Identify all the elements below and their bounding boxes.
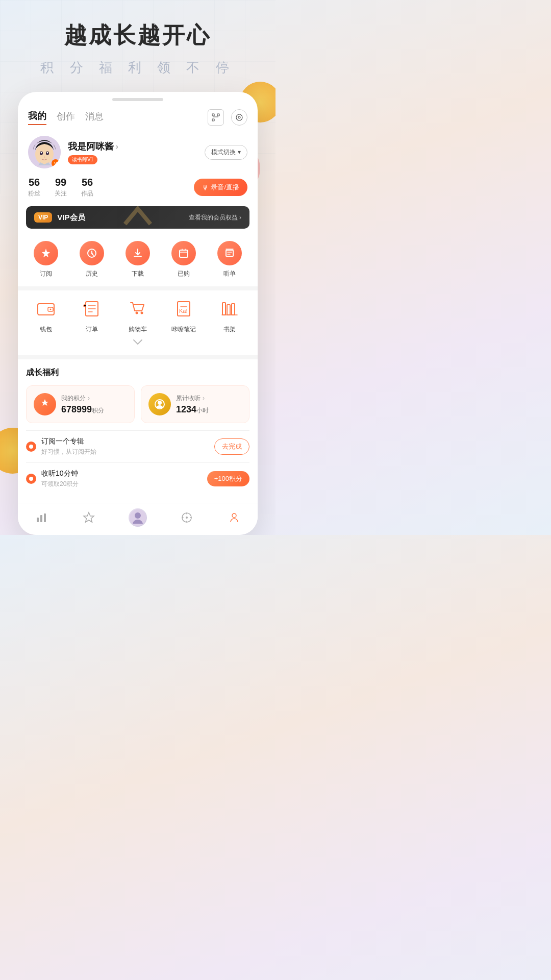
tab-bar: 我的 创作 消息 [18,101,258,130]
dropdown-icon: ▾ [238,149,241,156]
fans-label: 粉丝 [28,189,40,198]
fans-stat[interactable]: 56 粉丝 [28,177,40,198]
nav-discover[interactable] [180,510,194,525]
points-value: 678999积分 [61,404,104,415]
scan-icon[interactable] [208,109,224,126]
vip-banner-left: VIP VIP会员 [34,212,85,223]
task-listen: 收听10分钟 可领取20积分 +100积分 [26,462,249,495]
svg-rect-31 [44,513,46,522]
svg-point-37 [232,513,236,518]
action-playlist[interactable]: 听单 [207,241,253,278]
cart-icon [126,297,150,321]
section-divider-2 [18,355,258,359]
svg-point-34 [135,512,141,519]
listen-label: 累计收听 › [176,394,209,403]
action-wallet[interactable]: 钱包 [23,297,69,334]
svg-rect-29 [37,518,39,522]
svg-point-12 [47,152,48,154]
bottom-nav [18,503,258,535]
tab-create[interactable]: 创作 [57,110,75,125]
wallet-icon [34,297,58,321]
growth-cards: 我的积分 › 678999积分 [26,385,249,423]
action-download[interactable]: 下载 [115,241,161,278]
stats-row: 56 粉丝 99 关注 56 作品 🎙 录音/直播 [18,177,258,206]
listen-value: 1234小时 [176,404,209,415]
actions-row-2: 钱包 订单 [23,297,253,334]
mode-switch-button[interactable]: 模式切换 ▾ [205,145,247,160]
quick-actions-section: 订阅 历史 [18,237,258,286]
nav-center[interactable] [129,508,147,527]
nav-home-icon [34,510,48,525]
tab-icon-group [208,109,247,126]
action-cart[interactable]: 购物车 [115,297,161,334]
action-notes[interactable]: Ka! 咔嚓笔记 [161,297,207,334]
svg-rect-24 [222,303,226,315]
notes-label: 咔嚓笔记 [171,325,196,334]
nav-my-icon [227,510,241,525]
vip-avatar-badge: V [52,159,60,167]
points-card[interactable]: 我的积分 › 678999积分 [26,385,135,423]
expand-arrow[interactable] [23,334,253,351]
wallet-label: 钱包 [40,325,52,334]
record-button[interactable]: 🎙 录音/直播 [194,179,247,196]
playlist-label: 听单 [223,270,236,278]
nav-my[interactable] [227,510,241,525]
svg-rect-15 [226,250,233,256]
svg-point-5 [236,114,242,120]
tab-my[interactable]: 我的 [28,110,46,125]
points-icon [34,393,56,415]
avatar[interactable]: V [28,136,61,168]
task-icon-1 [26,442,36,452]
profile-left: V 我是阿咪酱 › 读书郎V1 [28,136,118,168]
task-btn-1[interactable]: 去完成 [214,438,249,455]
works-count: 56 [81,177,93,188]
works-label: 作品 [81,189,93,198]
profile-name-arrow: › [116,142,118,151]
works-stat[interactable]: 56 作品 [81,177,93,198]
task-btn-2[interactable]: +100积分 [207,471,249,486]
follow-count: 99 [55,177,67,188]
listen-card[interactable]: 累计收听 › 1234小时 [141,385,249,423]
second-actions-section: 钱包 订单 [18,290,258,355]
mode-switch-label: 模式切换 [211,148,236,157]
action-purchased[interactable]: 已购 [161,241,207,278]
phone-mockup: 我的 创作 消息 [18,92,258,535]
svg-rect-16 [38,304,54,315]
task-info-2: 收听10分钟 可领取20积分 [41,469,207,488]
nav-home[interactable] [34,510,48,525]
settings-icon[interactable] [231,109,247,126]
nav-center-avatar [129,508,147,527]
action-subscribe[interactable]: 订阅 [23,241,69,278]
app-content: 我的 创作 消息 [18,101,258,535]
svg-text:Ka!: Ka! [179,308,188,314]
vip-rights-link[interactable]: 查看我的会员权益 › [189,213,241,222]
header-title: 越成长越开心 [10,20,265,51]
svg-point-10 [41,152,42,154]
history-icon [80,241,104,265]
task-subscribe: 订阅一个专辑 好习惯，从订阅开始 去完成 [26,430,249,462]
action-history[interactable]: 历史 [69,241,115,278]
task-icon-2 [26,474,36,484]
svg-rect-3 [212,119,214,121]
profile-tag: 读书郎V1 [68,155,97,164]
download-icon [126,241,150,265]
follow-stat[interactable]: 99 关注 [55,177,67,198]
svg-point-18 [50,309,52,310]
nav-explore-icon [82,510,96,525]
vip-banner[interactable]: VIP VIP会员 查看我的会员权益 › [26,206,249,229]
cart-label: 购物车 [129,325,147,334]
svg-rect-1 [212,114,214,116]
nav-explore[interactable] [82,510,96,525]
profile-name[interactable]: 我是阿咪酱 › [68,140,118,153]
playlist-icon [217,241,242,265]
action-bookshelf[interactable]: 书架 [207,297,253,334]
purchased-label: 已购 [178,270,190,278]
follow-label: 关注 [55,189,67,198]
action-order[interactable]: 订单 [69,297,115,334]
tab-messages[interactable]: 消息 [85,110,104,125]
subscribe-label: 订阅 [40,270,52,278]
purchased-icon [171,241,196,265]
task-desc-2: 可领取20积分 [41,480,207,488]
fans-count: 56 [28,177,40,188]
svg-rect-30 [40,515,42,522]
